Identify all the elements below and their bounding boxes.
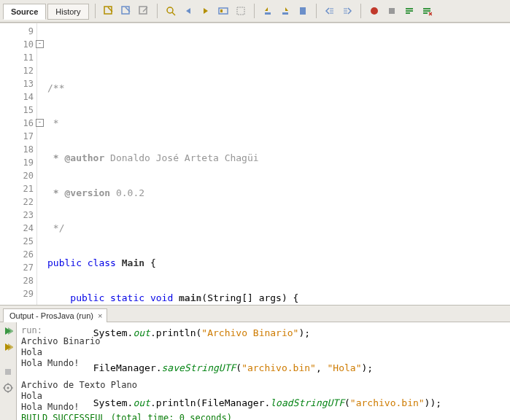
string-literal: "Hola" — [328, 362, 362, 373]
tab-source[interactable]: Source — [3, 4, 46, 20]
code-editor[interactable]: 910-111213141516-17181920212223242526272… — [0, 23, 510, 305]
method-call: .println( — [150, 327, 201, 338]
macro-record-icon[interactable] — [366, 3, 382, 19]
separator — [95, 4, 96, 18]
settings-icon[interactable] — [2, 382, 14, 394]
punct: ); — [298, 327, 310, 338]
tab-history[interactable]: History — [47, 4, 88, 20]
keyword: static — [110, 292, 144, 303]
author-name: Donaldo José Arteta Chagüi — [104, 152, 258, 163]
svg-rect-9 — [282, 12, 288, 15]
svg-rect-5 — [219, 8, 228, 14]
code-content[interactable]: /** * * @author Donaldo José Arteta Chag… — [37, 23, 510, 305]
line-number[interactable]: 23 — [0, 209, 36, 222]
version-tag: * @version — [47, 187, 110, 198]
separator — [360, 4, 361, 18]
keyword: public — [70, 292, 104, 303]
keyword: void — [150, 292, 173, 303]
string-literal: "archivo.bin" — [242, 362, 316, 373]
close-icon[interactable]: × — [98, 311, 102, 320]
line-number[interactable]: 20 — [0, 169, 36, 182]
line-number[interactable]: 10- — [0, 38, 36, 51]
line-number[interactable]: 18 — [0, 143, 36, 156]
rerun-icon[interactable] — [2, 325, 14, 337]
svg-rect-6 — [220, 9, 223, 12]
line-number[interactable]: 17 — [0, 130, 36, 143]
line-number-gutter: 910-111213141516-17181920212223242526272… — [0, 23, 37, 305]
keyword: public — [47, 257, 82, 268]
rerun-debug-icon[interactable] — [2, 341, 14, 353]
svg-rect-2 — [139, 7, 147, 14]
find-prev-icon[interactable] — [180, 3, 196, 19]
line-number[interactable]: 14 — [0, 90, 36, 104]
line-number[interactable]: 29 — [0, 287, 36, 300]
line-number[interactable]: 25 — [0, 235, 36, 248]
svg-rect-18 — [389, 8, 395, 14]
brace: { — [144, 257, 156, 268]
separator — [157, 4, 158, 18]
find-selection-icon[interactable] — [163, 3, 179, 19]
separator — [316, 4, 317, 18]
method-call: saveStringUTF — [162, 362, 236, 373]
field: out — [133, 397, 150, 408]
comment-text: /** — [47, 82, 64, 93]
output-tab[interactable]: Output - ProsJava (run) × — [3, 308, 107, 322]
last-edit-icon[interactable] — [101, 3, 117, 19]
svg-line-4 — [172, 12, 175, 15]
method-name: main — [179, 292, 201, 303]
svg-point-29 — [7, 387, 9, 389]
macro-stop-icon[interactable] — [384, 3, 400, 19]
comment-text: */ — [47, 222, 64, 233]
toggle-highlight-icon[interactable] — [215, 3, 231, 19]
svg-point-3 — [167, 7, 173, 13]
method-call: .println( — [150, 397, 201, 408]
line-number[interactable]: 11 — [0, 51, 36, 64]
line-number[interactable]: 26 — [0, 248, 36, 261]
shift-left-icon[interactable] — [322, 3, 338, 19]
line-number[interactable]: 9 — [0, 25, 36, 38]
svg-rect-27 — [5, 369, 11, 375]
punct: )); — [425, 397, 441, 408]
stop-icon[interactable] — [2, 366, 14, 378]
author-tag: * @author — [47, 152, 104, 163]
line-number[interactable]: 19 — [0, 156, 36, 169]
line-number[interactable]: 16- — [0, 117, 36, 130]
separator — [254, 4, 255, 18]
toggle-rect-icon[interactable] — [233, 3, 249, 19]
line-number[interactable]: 22 — [0, 195, 36, 209]
line-number[interactable]: 24 — [0, 222, 36, 235]
string-literal: "Archivo Binario" — [201, 327, 298, 338]
line-number[interactable]: 21 — [0, 182, 36, 195]
params: (String[] args) { — [201, 292, 298, 303]
editor-toolbar: Source History — [0, 0, 510, 23]
output-sidebar — [0, 322, 17, 420]
line-number[interactable]: 15 — [0, 104, 36, 117]
output-tab-label: Output - ProsJava (run) — [9, 311, 93, 320]
string-literal: "archivo.bin" — [350, 397, 425, 408]
version-value: 0.0.2 — [110, 187, 144, 198]
line-number[interactable]: 27 — [0, 261, 36, 274]
class-ref: System. — [93, 397, 134, 408]
line-number[interactable]: 13 — [0, 77, 36, 90]
prev-bookmark-icon[interactable] — [260, 3, 276, 19]
toggle-bookmark-icon[interactable] — [295, 3, 311, 19]
keyword: class — [88, 257, 116, 268]
next-bookmark-icon[interactable] — [277, 3, 293, 19]
find-next-icon[interactable] — [198, 3, 214, 19]
comment-text: * — [47, 117, 59, 128]
line-number[interactable]: 12 — [0, 64, 36, 77]
class-ref: FileManager. — [201, 397, 270, 408]
back-icon[interactable] — [118, 3, 134, 19]
uncomment-icon[interactable] — [419, 3, 435, 19]
forward-icon[interactable] — [136, 3, 152, 19]
method-call: loadStringUTF — [270, 397, 344, 408]
class-name: Main — [122, 257, 144, 268]
shift-right-icon[interactable] — [339, 3, 355, 19]
field: out — [133, 327, 150, 338]
punct: ); — [362, 362, 374, 373]
line-number[interactable]: 28 — [0, 274, 36, 287]
svg-point-17 — [371, 7, 378, 15]
class-ref: System. — [93, 327, 134, 338]
comment-icon[interactable] — [401, 3, 417, 19]
svg-rect-10 — [300, 7, 306, 15]
